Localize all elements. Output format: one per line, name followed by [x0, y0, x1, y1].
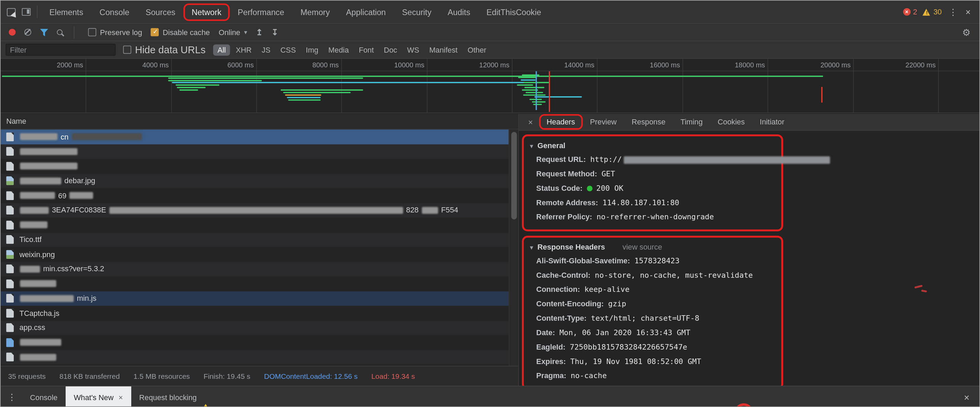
waterfall-bar: [535, 96, 582, 97]
detail-tab-response[interactable]: Response: [625, 115, 672, 128]
requests-table: Name cndebar.jpg693EA74FC0838E828F554Tic…: [1, 114, 518, 386]
waterfall-bar: [523, 94, 545, 96]
checkbox-unchecked: [123, 46, 131, 54]
image-file-icon: [6, 176, 14, 185]
drawer-tab-label: Request blocking: [139, 393, 197, 402]
request-row[interactable]: debar.jpg: [1, 174, 509, 188]
waterfall-overview[interactable]: 2000 ms4000 ms6000 ms8000 ms10000 ms1200…: [1, 59, 979, 113]
throttling-value: Online: [218, 28, 240, 37]
scrollbar-thumb[interactable]: [511, 132, 517, 220]
type-filter-doc[interactable]: Doc: [379, 44, 401, 55]
search-icon[interactable]: [57, 29, 62, 35]
request-row[interactable]: weixin.png: [1, 247, 509, 262]
drawer-tab-label: Console: [30, 393, 57, 402]
request-row[interactable]: [1, 218, 509, 232]
request-row[interactable]: app.css: [1, 320, 509, 335]
drawer-tab-request-blocking[interactable]: Request blocking: [131, 386, 205, 407]
main-tabs: ElementsConsoleSourcesNetworkPerformance…: [43, 5, 548, 19]
type-filter-ws[interactable]: WS: [403, 44, 424, 55]
network-filter-bar: Hide data URLs AllXHRJSCSSImgMediaFontDo…: [1, 41, 979, 59]
waterfall-bar: [526, 92, 543, 93]
detail-tab-headers[interactable]: Headers: [541, 115, 581, 128]
vertical-scrollbar[interactable]: [509, 129, 518, 366]
header-field: Connection:keep-alive: [529, 283, 776, 297]
inspect-element-icon[interactable]: [7, 8, 16, 16]
type-filter-all[interactable]: All: [213, 44, 230, 55]
header-value: 114.80.187.101:80: [602, 196, 679, 210]
hide-data-urls-checkbox[interactable]: Hide data URLs: [123, 44, 205, 55]
name-column-header[interactable]: Name: [1, 114, 518, 129]
close-devtools-icon[interactable]: ×: [964, 7, 972, 17]
response-headers-title[interactable]: ▼Response Headersview source: [529, 240, 776, 254]
preserve-log-checkbox[interactable]: Preserve log: [88, 28, 142, 37]
clear-icon[interactable]: [24, 29, 31, 36]
drawer-tab-what-s-new[interactable]: What's New×: [66, 386, 131, 407]
request-row[interactable]: [1, 144, 509, 159]
type-filter-js[interactable]: JS: [258, 44, 275, 55]
network-panel-content: Name cndebar.jpg693EA74FC0838E828F554Tic…: [1, 114, 979, 386]
header-value: no-referrer-when-downgrade: [597, 210, 714, 225]
view-source-link[interactable]: view source: [623, 243, 662, 251]
type-filter-img[interactable]: Img: [301, 44, 323, 55]
drawer-tab-bar: ⋮ ConsoleWhat's New×Request blocking ×: [1, 386, 979, 407]
request-row[interactable]: [1, 335, 509, 350]
detail-tab-timing[interactable]: Timing: [674, 115, 709, 128]
header-value: Mon, 06 Jan 2020 16:33:43 GMT: [559, 326, 690, 340]
kebab-menu-icon[interactable]: ⋮: [947, 7, 959, 17]
warning-badge[interactable]: ! 30: [923, 8, 942, 16]
header-field: Request URL:http://: [529, 153, 776, 167]
request-row[interactable]: TCaptcha.js: [1, 306, 509, 320]
detail-tab-cookies[interactable]: Cookies: [711, 115, 751, 128]
detail-tab-preview[interactable]: Preview: [584, 115, 623, 128]
tab-console[interactable]: Console: [93, 5, 137, 19]
disable-cache-label: Disable cache: [163, 28, 210, 37]
type-filter-media[interactable]: Media: [324, 44, 353, 55]
timeline-gridline: [171, 59, 172, 112]
request-row[interactable]: 3EA74FC0838E828F554: [1, 203, 509, 218]
throttling-dropdown[interactable]: Online ▾: [218, 28, 247, 37]
export-har-icon[interactable]: ↧: [272, 27, 278, 37]
tab-security[interactable]: Security: [395, 5, 438, 19]
request-row[interactable]: Tico.ttf: [1, 232, 509, 247]
request-row[interactable]: min.css?ver=5.3.2: [1, 262, 509, 276]
document-file-icon: [6, 132, 14, 141]
drawer-tab-console[interactable]: Console: [22, 386, 66, 407]
header-field: Server:Tengine: [529, 383, 776, 386]
filter-input[interactable]: [5, 44, 115, 56]
type-filter-manifest[interactable]: Manifest: [425, 44, 462, 55]
request-row[interactable]: [1, 276, 509, 291]
gear-icon[interactable]: ⚙: [962, 27, 979, 38]
tab-memory[interactable]: Memory: [293, 5, 336, 19]
request-row[interactable]: cn: [1, 129, 509, 144]
request-row[interactable]: [1, 350, 509, 365]
detail-tab-initiator[interactable]: Initiator: [754, 115, 791, 128]
error-count: 2: [913, 8, 917, 16]
drawer-kebab-icon[interactable]: ⋮: [1, 392, 22, 402]
tab-editthiscookie[interactable]: EditThisCookie: [480, 5, 548, 19]
import-har-icon[interactable]: ↥: [256, 27, 263, 37]
filter-funnel-icon[interactable]: [40, 29, 48, 36]
device-toolbar-icon[interactable]: [22, 8, 30, 16]
tab-audits[interactable]: Audits: [441, 5, 477, 19]
request-row[interactable]: 69: [1, 188, 509, 203]
request-row[interactable]: [1, 159, 509, 174]
request-row[interactable]: min.js: [1, 291, 509, 306]
tab-sources[interactable]: Sources: [139, 5, 183, 19]
type-filter-font[interactable]: Font: [354, 44, 378, 55]
header-name: Request URL:: [536, 153, 586, 167]
tab-performance[interactable]: Performance: [231, 5, 291, 19]
close-drawer-icon[interactable]: ×: [964, 392, 979, 402]
error-badge[interactable]: × 2: [903, 8, 917, 16]
type-filter-css[interactable]: CSS: [276, 44, 300, 55]
close-detail-pane-icon[interactable]: ×: [523, 117, 539, 126]
close-tab-icon[interactable]: ×: [119, 393, 123, 402]
type-filter-other[interactable]: Other: [463, 44, 491, 55]
disable-cache-checkbox[interactable]: Disable cache: [151, 28, 210, 37]
record-button[interactable]: [9, 29, 16, 36]
tab-network[interactable]: Network: [185, 5, 229, 19]
tab-application[interactable]: Application: [339, 5, 393, 19]
tab-elements[interactable]: Elements: [43, 5, 91, 19]
type-filter-xhr[interactable]: XHR: [232, 44, 256, 55]
general-section-title[interactable]: ▼General: [529, 139, 776, 153]
status-dot-icon: [587, 186, 592, 191]
